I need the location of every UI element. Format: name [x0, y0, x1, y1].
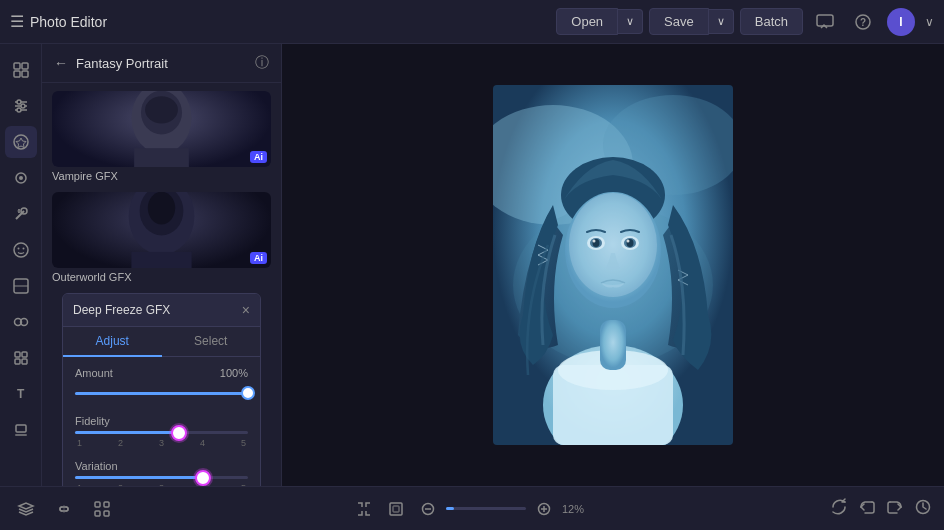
fidelity-label-row: Fidelity: [75, 415, 248, 427]
variation-fill: [75, 476, 203, 479]
iconbar-home[interactable]: [5, 54, 37, 86]
topbar: ☰ Photo Editor Open ∨ Save ∨ Batch ? I ∨: [0, 0, 944, 44]
topbar-center: Open ∨ Save ∨ Batch: [556, 8, 803, 35]
tick-label: 2: [118, 438, 123, 448]
fit-icon[interactable]: [384, 497, 408, 521]
grid-icon[interactable]: [88, 495, 116, 523]
iconbar-effects[interactable]: [5, 126, 37, 158]
bottom-toolbar: 12%: [0, 486, 944, 530]
iconbar-text[interactable]: T: [5, 378, 37, 410]
iconbar-overlay[interactable]: [5, 270, 37, 302]
save-button-group: Save ∨: [649, 8, 734, 35]
svg-rect-66: [393, 506, 399, 512]
link-icon[interactable]: [50, 495, 78, 523]
expand-icon[interactable]: [352, 497, 376, 521]
svg-point-18: [17, 248, 19, 250]
list-item[interactable]: Ai Vampire GFX: [52, 91, 271, 186]
fidelity-tick-labels: 1 2 3 4 5: [75, 438, 248, 448]
zoom-slider[interactable]: [446, 507, 526, 510]
svg-rect-62: [104, 502, 109, 507]
bottom-toolbar-center: 12%: [128, 497, 818, 521]
layers-icon[interactable]: [12, 495, 40, 523]
svg-point-17: [14, 243, 28, 257]
svg-text:?: ?: [860, 17, 866, 28]
help-icon[interactable]: ?: [849, 8, 877, 36]
svg-rect-0: [817, 15, 833, 26]
svg-rect-6: [22, 71, 28, 77]
svg-rect-26: [15, 359, 20, 364]
svg-rect-63: [95, 511, 100, 516]
svg-point-58: [593, 240, 596, 243]
batch-button[interactable]: Batch: [740, 8, 803, 35]
tab-adjust[interactable]: Adjust: [63, 327, 162, 357]
undo-icon[interactable]: [858, 498, 876, 520]
refresh-icon[interactable]: [830, 498, 848, 520]
open-button-group: Open ∨: [556, 8, 643, 35]
svg-point-12: [17, 108, 21, 112]
fidelity-fill: [75, 431, 179, 434]
chat-icon[interactable]: [811, 8, 839, 36]
close-button[interactable]: ×: [242, 302, 250, 318]
amount-label-row: Amount 100%: [75, 367, 248, 379]
fidelity-slider[interactable]: [75, 431, 248, 434]
list-item[interactable]: Ai Outerworld GFX: [52, 192, 271, 287]
save-arrow-button[interactable]: ∨: [709, 9, 734, 34]
amount-slider[interactable]: [75, 383, 248, 403]
svg-point-34: [145, 96, 178, 123]
iconbar-group[interactable]: [5, 306, 37, 338]
history-icon[interactable]: [914, 498, 932, 520]
svg-rect-24: [15, 352, 20, 357]
iconbar-filter[interactable]: [5, 342, 37, 374]
fidelity-thumb[interactable]: [171, 425, 187, 441]
svg-rect-65: [390, 503, 402, 515]
svg-point-19: [22, 248, 24, 250]
variation-track: [75, 476, 248, 479]
app-title: Photo Editor: [30, 14, 107, 30]
chevron-down-icon[interactable]: ∨: [925, 15, 934, 29]
iconbar-stamp[interactable]: [5, 414, 37, 446]
zoom-value: 12%: [562, 503, 594, 515]
iconbar-magic[interactable]: [5, 198, 37, 230]
svg-point-10: [17, 100, 21, 104]
svg-point-11: [21, 104, 25, 108]
topbar-left: ☰ Photo Editor: [10, 12, 548, 31]
amount-control: Amount 100%: [75, 367, 248, 403]
slider-thumb[interactable]: [241, 386, 255, 400]
zoom-slider-fill: [446, 507, 454, 510]
back-button[interactable]: ←: [54, 55, 68, 71]
save-button[interactable]: Save: [649, 8, 709, 35]
svg-rect-48: [600, 320, 626, 370]
tab-bar: Adjust Select: [63, 327, 260, 357]
iconbar-face[interactable]: [5, 234, 37, 266]
iconbar-view[interactable]: [5, 162, 37, 194]
fidelity-track: [75, 431, 248, 434]
svg-text:T: T: [17, 387, 25, 401]
info-icon[interactable]: ⓘ: [255, 54, 269, 72]
zoom-out-button[interactable]: [416, 497, 440, 521]
zoom-in-button[interactable]: [532, 497, 556, 521]
variation-control: Variation 1 2 3 4: [75, 460, 248, 486]
variation-label: Variation: [75, 460, 118, 472]
svg-rect-40: [131, 252, 191, 268]
amount-value: 100%: [220, 367, 248, 379]
panel-title: Fantasy Portrait: [76, 56, 247, 71]
topbar-right: ? I ∨: [811, 8, 934, 36]
hamburger-icon[interactable]: ☰: [10, 12, 24, 31]
open-button[interactable]: Open: [556, 8, 618, 35]
variation-slider[interactable]: [75, 476, 248, 479]
open-arrow-button[interactable]: ∨: [618, 9, 643, 34]
effect-list: Ai Vampire GFX: [42, 83, 281, 486]
redo-icon[interactable]: [886, 498, 904, 520]
tab-select[interactable]: Select: [162, 327, 261, 356]
tick-label: 5: [241, 438, 246, 448]
effect-name: Vampire GFX: [52, 167, 271, 186]
variation-label-row: Variation: [75, 460, 248, 472]
panel-header: ← Fantasy Portrait ⓘ: [42, 44, 281, 83]
photo-container: [493, 85, 733, 445]
icon-bar: T: [0, 44, 42, 486]
iconbar-adjustments[interactable]: [5, 90, 37, 122]
user-avatar[interactable]: I: [887, 8, 915, 36]
deep-freeze-panel: Deep Freeze GFX × Adjust Select Amount 1…: [62, 293, 261, 486]
bottom-toolbar-right: [830, 498, 932, 520]
variation-thumb[interactable]: [195, 470, 211, 486]
